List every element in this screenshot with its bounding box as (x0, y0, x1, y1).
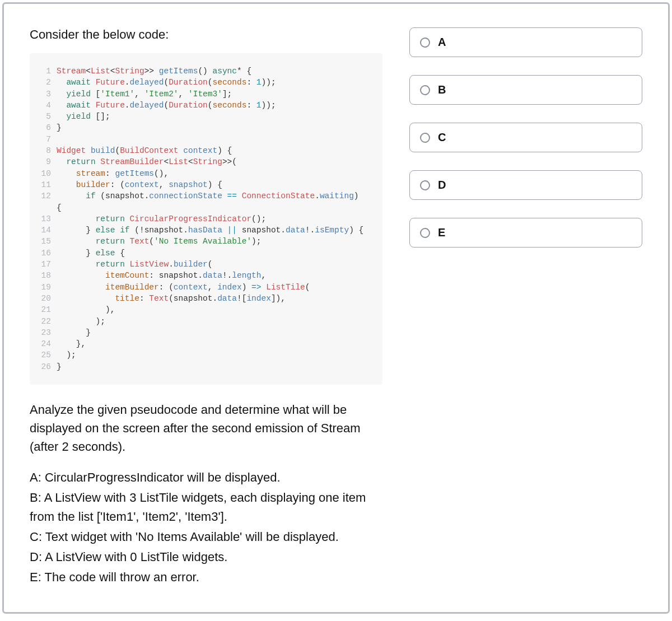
option-text: B: A ListView with 3 ListTile widgets, e… (30, 488, 382, 526)
code-block: 1Stream<List<String>> getItems() async* … (30, 53, 382, 385)
answer-option-a[interactable]: A (409, 27, 642, 57)
code-line: 25 ); (38, 349, 375, 361)
code-line: 6} (38, 122, 375, 133)
code-line: 8Widget build(BuildContext context) { (38, 145, 375, 156)
code-line: 23 } (38, 327, 375, 338)
code-line: 15 return Text('No Items Available'); (38, 236, 375, 247)
code-line: 9 return StreamBuilder<List<String>>( (38, 156, 375, 167)
code-line: 13 return CircularProgressIndicator(); (38, 213, 375, 225)
radio-icon (420, 85, 430, 95)
code-line: 12 if (snapshot.connectionState == Conne… (38, 190, 375, 213)
code-line: 11 builder: (context, snapshot) { (38, 179, 375, 190)
answer-label: E (438, 226, 445, 239)
code-line: 3 yield ['Item1', 'Item2', 'Item3']; (38, 88, 375, 100)
code-line: 22 ); (38, 316, 375, 327)
code-line: 4 await Future.delayed(Duration(seconds:… (38, 100, 375, 111)
radio-icon (420, 38, 430, 48)
code-line: 14 } else if (!snapshot.hasData || snaps… (38, 225, 375, 236)
answer-option-b[interactable]: B (409, 75, 642, 105)
answer-label: A (438, 36, 446, 49)
code-line: 20 title: Text(snapshot.data![index]), (38, 293, 375, 304)
code-line: 18 itemCount: snapshot.data!.length, (38, 270, 375, 281)
radio-icon (420, 133, 430, 143)
code-line: 16 } else { (38, 248, 375, 259)
option-text: C: Text widget with 'No Items Available'… (30, 527, 382, 547)
radio-icon (420, 180, 430, 190)
code-line: 19 itemBuilder: (context, index) => List… (38, 282, 375, 293)
answer-label: D (438, 179, 446, 192)
answer-option-c[interactable]: C (409, 123, 642, 152)
answer-choices: ABCDE (409, 27, 642, 589)
answer-option-d[interactable]: D (409, 170, 642, 200)
code-line: 17 return ListView.builder( (38, 259, 375, 270)
question-card: Consider the below code: 1Stream<List<St… (2, 2, 670, 614)
code-line: 24 }, (38, 338, 375, 349)
code-line: 26} (38, 361, 375, 372)
code-line: 21 ), (38, 304, 375, 315)
code-line: 7 (38, 134, 375, 145)
answer-option-e[interactable]: E (409, 218, 642, 248)
question-text: Analyze the given pseudocode and determi… (30, 400, 382, 456)
option-text: E: The code will throw an error. (30, 568, 382, 587)
answer-label: C (438, 131, 446, 144)
code-line: 1Stream<List<String>> getItems() async* … (38, 66, 375, 77)
code-line: 10 stream: getItems(), (38, 168, 375, 179)
option-text: D: A ListView with 0 ListTile widgets. (30, 548, 382, 567)
code-line: 5 yield []; (38, 111, 375, 122)
radio-icon (420, 228, 430, 238)
answer-label: B (438, 83, 446, 96)
prompt-text: Consider the below code: (30, 27, 382, 42)
code-line: 2 await Future.delayed(Duration(seconds:… (38, 77, 375, 88)
options-text-list: A: CircularProgressIndicator will be dis… (30, 468, 382, 587)
option-text: A: CircularProgressIndicator will be dis… (30, 468, 382, 487)
question-content: Consider the below code: 1Stream<List<St… (30, 27, 382, 589)
